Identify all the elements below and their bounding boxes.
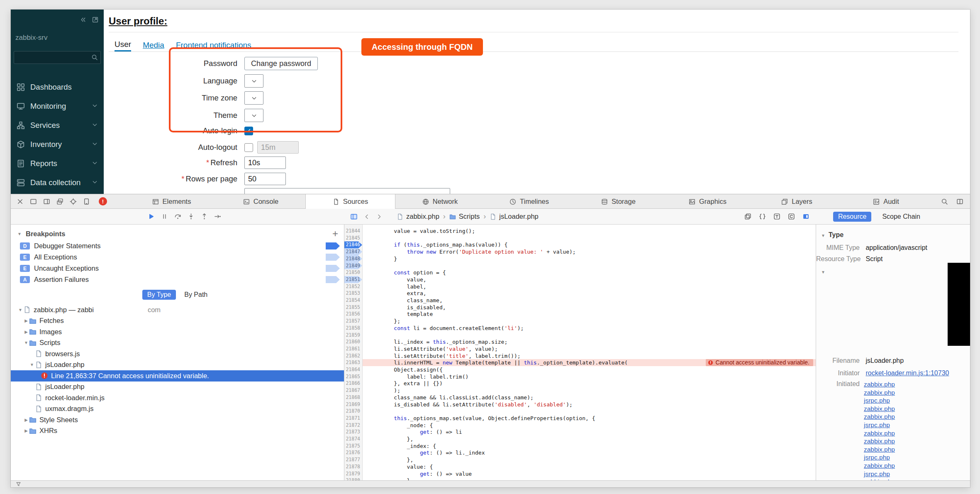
- tree-item-fetches[interactable]: ▶Fetches: [11, 315, 344, 327]
- continue-button[interactable]: [148, 213, 155, 220]
- gutter-line-number[interactable]: 21847: [344, 248, 362, 255]
- type-profiler-button[interactable]: [773, 213, 780, 220]
- url-after-login-input[interactable]: [244, 188, 450, 194]
- gutter-line-number[interactable]: 21878: [344, 463, 362, 470]
- breadcrumb-item-jsloader-php[interactable]: jsLoader.php: [490, 213, 539, 220]
- gutter-line-number[interactable]: 21853: [344, 290, 362, 297]
- gutter-line-number[interactable]: 21862: [344, 352, 362, 359]
- gutter-line-number[interactable]: 21870: [344, 408, 362, 415]
- breakpoint-marker[interactable]: [326, 242, 340, 249]
- step-out-button[interactable]: [201, 213, 208, 220]
- tree-item-zabbix-php-zabbi[interactable]: ▼zabbix.php — zabbicom: [11, 304, 344, 315]
- tree-item-jsloader-php[interactable]: jsLoader.php: [11, 382, 344, 393]
- filter-button[interactable]: [16, 482, 21, 487]
- gutter-line-number[interactable]: 21879: [344, 470, 362, 477]
- gutter-line-number[interactable]: 21859: [344, 332, 362, 339]
- devtools-tab-storage[interactable]: Storage: [574, 194, 663, 209]
- disclosure-triangle[interactable]: ▶: [23, 318, 29, 323]
- gutter-line-number[interactable]: 21861: [344, 345, 362, 352]
- disclosure-triangle[interactable]: ▶: [23, 330, 29, 334]
- devtools-tab-layers[interactable]: Layers: [752, 194, 841, 209]
- initiated-link[interactable]: jsrpc.php: [864, 421, 895, 429]
- gutter-line-number[interactable]: 21874: [344, 435, 362, 443]
- initiated-link[interactable]: jsrpc.php: [864, 396, 895, 405]
- devtools-tab-timelines[interactable]: Timelines: [485, 194, 574, 209]
- type-section-header[interactable]: ▼Type: [820, 231, 843, 239]
- gutter-line-number[interactable]: 21850: [344, 269, 362, 276]
- tree-item-xhrs[interactable]: ▶XHRs: [11, 426, 344, 437]
- expand-window-button[interactable]: [92, 16, 99, 23]
- gutter-line-number[interactable]: 21849: [344, 262, 362, 269]
- sidebar-item-monitoring[interactable]: Monitoring: [11, 97, 104, 116]
- auto-login-checkbox[interactable]: ✓: [244, 127, 253, 135]
- tab-resource[interactable]: Resource: [833, 212, 871, 222]
- code-coverage-button[interactable]: [788, 213, 795, 220]
- collapse-sidebar-button[interactable]: [80, 16, 87, 23]
- initiated-link[interactable]: zabbix.php: [864, 413, 895, 421]
- gutter-line-number[interactable]: 21856: [344, 311, 362, 318]
- gutter-line-number[interactable]: 21868: [344, 394, 362, 401]
- gutter-line-number[interactable]: 21855: [344, 304, 362, 311]
- disclosure-triangle[interactable]: ▶: [23, 428, 29, 433]
- gutter-line-number[interactable]: 21845: [344, 235, 362, 242]
- gutter-line-number[interactable]: 21860: [344, 338, 362, 345]
- tab-frontend-notifications[interactable]: Frontend notifications: [176, 39, 251, 51]
- theme-select[interactable]: [244, 109, 263, 122]
- gutter-line-number[interactable]: 21864: [344, 366, 362, 373]
- tree-item-scripts[interactable]: ▼Scripts: [11, 337, 344, 349]
- breakpoint-item-uncaught-exceptions[interactable]: EUncaught Exceptions: [11, 263, 344, 274]
- gutter-line-number[interactable]: 21867: [344, 387, 362, 394]
- devtools-tab-elements[interactable]: Elements: [127, 194, 216, 209]
- tree-item-line-21-863-37-cannot-access-uninitialized-varia[interactable]: Line 21,863:37 Cannot access uninitializ…: [11, 370, 344, 382]
- devtools-tab-audit[interactable]: Audit: [841, 194, 931, 209]
- initiator-link[interactable]: rocket-loader.min.js:1:10730: [865, 369, 949, 377]
- sidebar-search-input[interactable]: [14, 51, 101, 64]
- breakpoint-marker[interactable]: [326, 265, 340, 272]
- tab-user[interactable]: User: [115, 39, 131, 51]
- tab-media[interactable]: Media: [143, 39, 164, 51]
- disclosure-triangle[interactable]: ▼: [29, 362, 35, 367]
- time-zone-select[interactable]: [244, 91, 263, 105]
- breakpoint-marker[interactable]: [326, 276, 340, 283]
- pretty-print-button[interactable]: [759, 213, 766, 220]
- step-into-button[interactable]: [188, 213, 195, 220]
- step-next-button[interactable]: [214, 213, 221, 220]
- gutter-line-number[interactable]: 21866: [344, 380, 362, 387]
- filter-by-type[interactable]: By Type: [142, 290, 176, 300]
- breadcrumb-item-zabbix-php[interactable]: zabbix.php: [397, 213, 439, 220]
- gutter-line-number[interactable]: 21877: [344, 456, 362, 463]
- gutter-line-number[interactable]: 21869: [344, 401, 362, 408]
- initiated-link[interactable]: jsrpc.php: [864, 470, 895, 478]
- initiated-link[interactable]: zabbix.php: [864, 389, 895, 397]
- gutter-line-number[interactable]: 21863: [344, 359, 362, 366]
- pause-button[interactable]: [161, 213, 168, 220]
- search-button[interactable]: [941, 198, 948, 205]
- disclosure-triangle[interactable]: ▶: [23, 418, 29, 422]
- gutter-line-number[interactable]: 21871: [344, 415, 362, 422]
- clone-button[interactable]: [744, 213, 751, 220]
- gutter-line-number[interactable]: 21858: [344, 325, 362, 332]
- step-over-button[interactable]: [174, 213, 181, 220]
- gutter-line-number[interactable]: 21875: [344, 443, 362, 450]
- language-select[interactable]: [244, 74, 263, 88]
- dock-stack-button[interactable]: [56, 198, 63, 205]
- gutter-line-number[interactable]: 21844: [344, 227, 362, 235]
- sidebar-item-inventory[interactable]: Inventory: [11, 135, 104, 154]
- gutter-line-number[interactable]: 21876: [344, 449, 362, 456]
- tree-item-images[interactable]: ▶Images: [11, 326, 344, 337]
- initiated-link[interactable]: zabbix.php: [864, 405, 895, 413]
- devtools-tab-network[interactable]: Network: [395, 194, 485, 209]
- tree-item-style-sheets[interactable]: ▶Style Sheets: [11, 414, 344, 426]
- initiated-link[interactable]: zabbix.php: [864, 380, 895, 389]
- dock-window-button[interactable]: [30, 198, 37, 205]
- add-breakpoint-button[interactable]: +: [332, 228, 338, 240]
- tree-item-uxmax-dragm-js[interactable]: uxmax.dragm.js: [11, 404, 344, 415]
- disclosure-triangle[interactable]: ▼: [17, 308, 23, 312]
- close-button[interactable]: [17, 198, 24, 205]
- local-override-button[interactable]: [802, 213, 809, 220]
- tree-item-rocket-loader-min-js[interactable]: rocket-loader.min.js: [11, 392, 344, 404]
- auto-logout-checkbox[interactable]: [244, 143, 253, 152]
- toggle-navigation-sidebar-button[interactable]: [350, 213, 358, 220]
- error-count-badge[interactable]: !: [99, 197, 107, 205]
- gutter-line-number[interactable]: 21865: [344, 373, 362, 380]
